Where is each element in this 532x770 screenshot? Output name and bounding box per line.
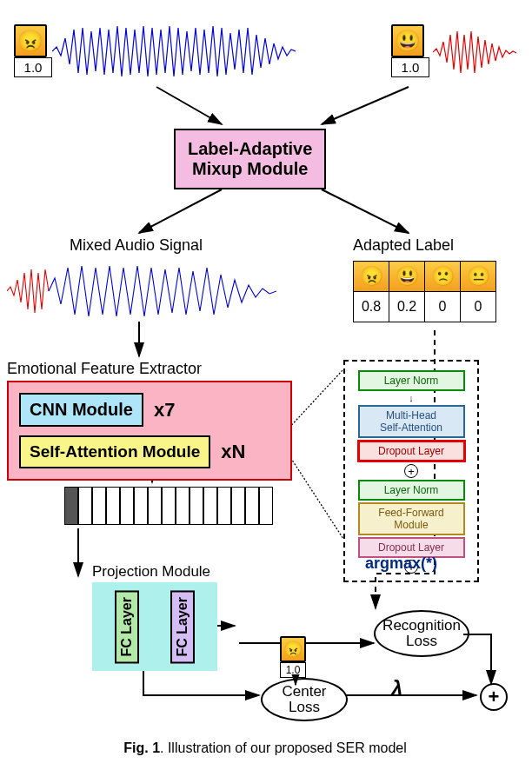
lambda-weight: λ <box>391 676 402 700</box>
detail-dropout-1: Dropout Layer <box>357 440 466 462</box>
waveform-b <box>433 26 520 78</box>
loss-sum-icon: + <box>480 683 508 711</box>
svg-line-2 <box>322 87 409 124</box>
center-loss: CenterLoss <box>261 678 348 721</box>
mixup-line1: Label-Adaptive <box>188 139 312 159</box>
self-attention-module: Self-Attention Module <box>19 435 210 468</box>
input-b-weight: 1.0 <box>391 57 429 77</box>
adapted-label-table: 😠 😃 🙁 😐 0.8 0.2 0 0 <box>353 261 496 322</box>
happy-emoji-icon: 😃 <box>391 24 424 57</box>
detail-mhsa: Multi-HeadSelf-Attention <box>358 405 465 438</box>
fc-layer-1: FC Layer <box>115 590 139 663</box>
adapted-happy-icon: 😃 <box>389 262 425 292</box>
adapted-v4: 0 <box>461 292 496 322</box>
recognition-loss: RecognitionLoss <box>374 610 469 657</box>
adapted-label-title: Adapted Label <box>353 236 454 255</box>
feature-vector <box>64 487 273 525</box>
self-attention-detail: Layer Norm ↓ Multi-HeadSelf-Attention Dr… <box>343 360 479 582</box>
adapted-sad-icon: 🙁 <box>425 262 461 292</box>
center-loss-input-label: 😠 1.0 <box>280 636 306 678</box>
svg-line-1 <box>156 87 222 124</box>
detail-ffn: Feed-ForwardModule <box>358 502 465 535</box>
svg-line-8 <box>287 369 343 430</box>
adapted-v2: 0.2 <box>389 292 425 322</box>
detail-add-1-icon: + <box>404 464 418 478</box>
projection-title: Projection Module <box>92 563 210 581</box>
fc-layer-2: FC Layer <box>170 590 195 663</box>
mixed-audio-title: Mixed Audio Signal <box>70 236 203 255</box>
detail-layernorm-2: Layer Norm <box>358 480 465 501</box>
waveform-a <box>52 21 296 82</box>
detail-layernorm-1: Layer Norm <box>358 370 465 391</box>
input-audio-a: 😠 1.0 <box>14 24 52 77</box>
svg-line-3 <box>139 189 222 233</box>
extractor-title: Emotional Feature Extractor <box>7 360 202 378</box>
argmax-label: argmax(*) <box>365 554 437 573</box>
mixed-waveform <box>7 261 276 322</box>
cls-token <box>64 487 78 525</box>
adapted-angry-icon: 😠 <box>354 262 389 292</box>
svg-line-4 <box>322 189 409 233</box>
center-weight: 1.0 <box>280 662 306 678</box>
cnn-repeat: x7 <box>154 399 175 422</box>
input-audio-b: 😃 1.0 <box>391 24 429 77</box>
emotional-feature-extractor: CNN Module x7 Self-Attention Module xN <box>7 381 292 481</box>
sa-repeat: xN <box>221 441 245 463</box>
angry-emoji-icon: 😠 <box>14 24 47 57</box>
svg-line-9 <box>287 452 343 539</box>
adapted-v3: 0 <box>425 292 461 322</box>
figure-caption: Fig. 1. Illustration of our proposed SER… <box>52 740 478 756</box>
mixup-line2: Mixup Module <box>188 159 312 179</box>
projection-module: FC Layer FC Layer <box>92 582 217 671</box>
adapted-neutral-icon: 😐 <box>461 262 496 292</box>
adapted-v1: 0.8 <box>354 292 389 322</box>
cnn-module: CNN Module <box>19 393 143 427</box>
label-adaptive-mixup-module: Label-Adaptive Mixup Module <box>174 129 326 189</box>
input-a-weight: 1.0 <box>14 57 52 77</box>
center-angry-icon: 😠 <box>280 636 306 662</box>
